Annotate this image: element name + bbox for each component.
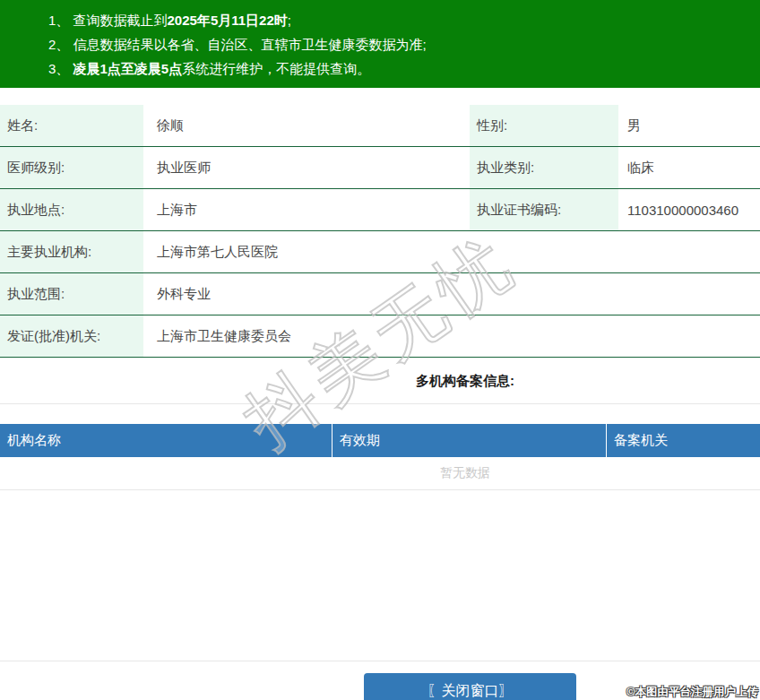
col-header-record-authority: 备案机关	[606, 424, 760, 457]
notice-item-3: 3、 凌晨1点至凌晨5点系统进行维护，不能提供查询。	[48, 56, 751, 81]
practice-category-value: 临床	[618, 147, 760, 188]
name-label: 姓名:	[0, 105, 143, 146]
notice-text: ;	[288, 13, 291, 28]
notice-number: 3、	[48, 61, 73, 76]
notice-text: 查询数据截止到	[73, 13, 168, 28]
records-table-header: 机构名称 有效期 备案机关	[0, 424, 760, 457]
certificate-number-value: 110310000003460	[618, 189, 760, 230]
doctor-level-label: 医师级别:	[0, 147, 143, 188]
spacer	[0, 490, 760, 661]
practice-location-value: 上海市	[143, 189, 470, 230]
practice-location-label: 执业地点:	[0, 189, 143, 230]
issuing-authority-value: 上海市卫生健康委员会	[143, 315, 760, 357]
doctor-level-value: 执业医师	[143, 147, 470, 188]
close-window-button[interactable]: 〖关闭窗口〗	[364, 673, 576, 700]
notice-text: 系统进行维护，不能提供查询。	[182, 61, 370, 76]
footer-credit-watermark: ©本图由平台注册用户上传	[626, 685, 758, 700]
gender-value: 男	[618, 105, 760, 146]
col-header-validity-period: 有效期	[332, 424, 606, 457]
col-header-institution-name: 机构名称	[0, 424, 332, 457]
footer: 〖关闭窗口〗 ©本图由平台注册用户上传	[0, 661, 760, 700]
notice-number: 1、	[48, 13, 73, 28]
info-row-issuing-authority: 发证(批准)机关: 上海市卫生健康委员会	[0, 315, 760, 358]
info-row-main-institution: 主要执业机构: 上海市第七人民医院	[0, 231, 760, 273]
main-institution-value: 上海市第七人民医院	[143, 231, 760, 272]
practitioner-info-table: 姓名: 徐顺 性别: 男 医师级别: 执业医师 执业类别: 临床 执业地点: 上…	[0, 105, 760, 358]
practice-scope-label: 执业范围:	[0, 273, 143, 315]
info-row-level-category: 医师级别: 执业医师 执业类别: 临床	[0, 147, 760, 189]
section-title-multi-org-records: 多机构备案信息:	[0, 373, 760, 389]
name-value: 徐顺	[143, 105, 470, 146]
info-row-location-certificate: 执业地点: 上海市 执业证书编码: 110310000003460	[0, 189, 760, 231]
practice-scope-value: 外科专业	[143, 273, 760, 315]
certificate-number-label: 执业证书编码:	[470, 189, 618, 230]
empty-data-text: 暂无数据	[0, 457, 760, 490]
notice-text: 信息数据结果以各省、自治区、直辖市卫生健康委数据为准;	[73, 37, 427, 52]
info-row-name-gender: 姓名: 徐顺 性别: 男	[0, 105, 760, 147]
issuing-authority-label: 发证(批准)机关:	[0, 315, 143, 357]
notice-item-1: 1、 查询数据截止到2025年5月11日22时;	[48, 8, 751, 32]
gender-label: 性别:	[470, 105, 618, 146]
practice-category-label: 执业类别:	[470, 147, 618, 188]
notice-banner: 1、 查询数据截止到2025年5月11日22时; 2、 信息数据结果以各省、自治…	[0, 0, 760, 88]
main-institution-label: 主要执业机构:	[0, 231, 143, 272]
notice-text-bold: 2025年5月11日22时	[168, 13, 288, 28]
page: 1、 查询数据截止到2025年5月11日22时; 2、 信息数据结果以各省、自治…	[0, 0, 760, 700]
notice-number: 2、	[48, 37, 73, 52]
notice-text-bold: 凌晨1点至凌晨5点	[73, 61, 183, 76]
notice-item-2: 2、 信息数据结果以各省、自治区、直辖市卫生健康委数据为准;	[48, 32, 751, 56]
divider	[0, 403, 760, 404]
info-row-practice-scope: 执业范围: 外科专业	[0, 273, 760, 315]
